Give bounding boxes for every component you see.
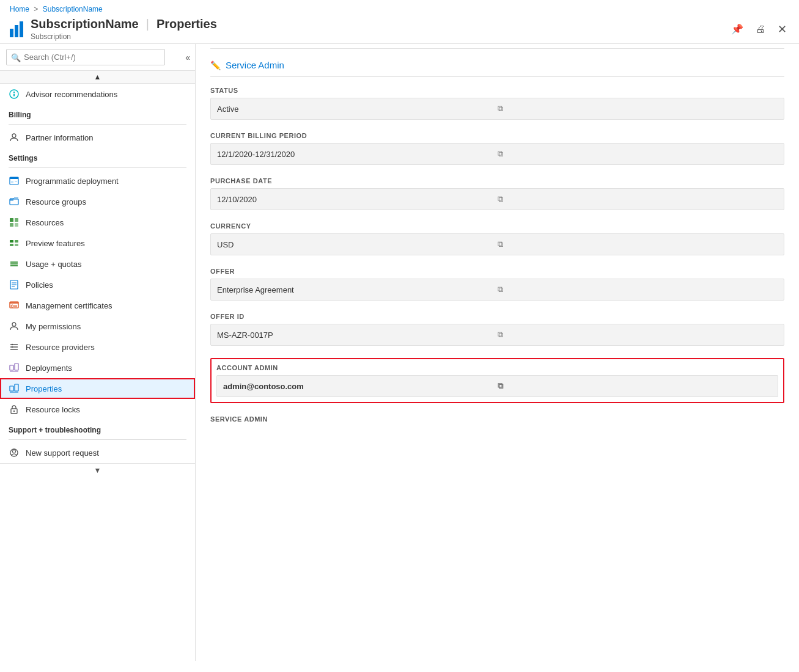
offer-id-label: OFFER ID	[210, 313, 784, 320]
permissions-label: My permissions	[26, 322, 81, 331]
offer-id-copy-icon[interactable]: ⧉	[495, 329, 778, 341]
svg-rect-10	[10, 218, 13, 222]
field-account-admin: ACCOUNT ADMIN admin@contoso.com ⧉	[210, 358, 784, 403]
resource-groups-icon	[9, 196, 20, 207]
svg-rect-9	[10, 199, 13, 201]
sidebar-item-resources[interactable]: Resources	[0, 212, 195, 233]
header-left: SubscriptionName | Properties Subscripti…	[10, 17, 217, 41]
new-support-label: New support request	[26, 448, 99, 458]
support-icon	[9, 447, 20, 458]
svg-rect-14	[10, 240, 13, 243]
account-admin-value: admin@contoso.com ⧉	[216, 375, 778, 397]
main-content: ✏️ Service Admin STATUS Active ⧉ CURRENT…	[196, 44, 799, 661]
svg-rect-36	[10, 365, 13, 370]
settings-section-label: Settings	[0, 148, 195, 165]
partner-icon	[9, 132, 20, 143]
section-title: Service Admin	[226, 60, 284, 70]
sidebar-item-partner[interactable]: Partner information	[0, 127, 195, 148]
status-label: STATUS	[210, 87, 784, 94]
purchase-date-value: 12/10/2020 ⧉	[210, 188, 784, 210]
settings-divider	[9, 167, 186, 168]
svg-rect-6	[11, 181, 13, 183]
billing-divider	[9, 124, 186, 125]
search-input[interactable]	[6, 49, 165, 65]
sidebar-scroll-down[interactable]: ▼	[0, 463, 195, 477]
print-button[interactable]: 🖨	[753, 23, 768, 36]
offer-copy-icon[interactable]: ⧉	[495, 283, 778, 296]
logo-bar-2	[15, 25, 18, 37]
field-offer: OFFER Enterprise Agreement ⧉	[210, 268, 784, 301]
currency-copy-icon[interactable]: ⧉	[495, 238, 778, 250]
sidebar-item-deployments[interactable]: Deployments	[0, 357, 195, 378]
svg-point-45	[13, 450, 16, 453]
breadcrumb-subscription[interactable]: SubscriptionName	[43, 5, 103, 13]
sidebar-item-new-support[interactable]: New support request	[0, 442, 195, 463]
properties-icon	[9, 383, 20, 394]
subscription-name-title: SubscriptionName	[31, 17, 139, 31]
sidebar-item-providers[interactable]: Resource providers	[0, 337, 195, 357]
azure-logo	[10, 21, 23, 37]
svg-rect-17	[15, 244, 18, 246]
field-service-admin: SERVICE ADMIN	[210, 415, 784, 423]
sidebar-item-programmatic[interactable]: Programmatic deployment	[0, 170, 195, 191]
locks-label: Resource locks	[26, 405, 80, 414]
content-scroll-top	[210, 44, 784, 49]
offer-id-value: MS-AZR-0017P ⧉	[210, 324, 784, 346]
sidebar-scroll-up[interactable]: ▲	[0, 71, 195, 84]
sidebar-item-preview-features[interactable]: Preview features	[0, 233, 195, 254]
breadcrumb: Home > SubscriptionName	[10, 5, 789, 13]
svg-point-27	[11, 305, 13, 307]
edit-icon: ✏️	[210, 60, 221, 70]
offer-label: OFFER	[210, 268, 784, 275]
svg-rect-39	[10, 386, 13, 391]
svg-rect-16	[10, 244, 13, 246]
close-button[interactable]: ✕	[775, 21, 789, 37]
billing-period-copy-icon[interactable]: ⧉	[495, 148, 778, 160]
field-status: STATUS Active ⧉	[210, 87, 784, 120]
sidebar-item-properties[interactable]: Properties	[0, 378, 195, 399]
pin-button[interactable]: 📌	[729, 22, 746, 36]
sidebar-item-advisor[interactable]: Advisor recommendations	[0, 84, 195, 104]
svg-rect-12	[10, 223, 13, 227]
svg-point-43	[13, 411, 15, 412]
sidebar-collapse-button[interactable]: «	[180, 50, 195, 65]
purchase-date-copy-icon[interactable]: ⧉	[495, 193, 778, 205]
sidebar-item-locks[interactable]: Resource locks	[0, 399, 195, 420]
advisor-label: Advisor recommendations	[26, 90, 117, 99]
svg-rect-26	[10, 302, 18, 304]
offer-value: Enterprise Agreement ⧉	[210, 279, 784, 301]
providers-label: Resource providers	[26, 343, 95, 352]
policies-icon	[9, 279, 20, 290]
providers-icon	[9, 341, 20, 352]
sidebar-item-usage-quotas[interactable]: Usage + quotas	[0, 254, 195, 274]
logo-bar-1	[10, 29, 13, 37]
deployments-label: Deployments	[26, 363, 72, 373]
sidebar-item-resource-groups[interactable]: Resource groups	[0, 191, 195, 212]
usage-quotas-label: Usage + quotas	[26, 260, 81, 269]
status-copy-icon[interactable]: ⧉	[495, 103, 778, 115]
svg-rect-38	[10, 371, 18, 372]
preview-features-label: Preview features	[26, 239, 85, 248]
billing-period-label: CURRENT BILLING PERIOD	[210, 132, 784, 139]
permissions-icon	[9, 321, 20, 332]
currency-value: USD ⧉	[210, 233, 784, 255]
field-offer-id: OFFER ID MS-AZR-0017P ⧉	[210, 313, 784, 346]
usage-icon	[9, 258, 20, 269]
field-purchase-date: PURCHASE DATE 12/10/2020 ⧉	[210, 177, 784, 210]
svg-rect-15	[15, 240, 18, 243]
sidebar-item-policies[interactable]: Policies	[0, 274, 195, 295]
advisor-icon	[9, 89, 20, 100]
policies-label: Policies	[26, 280, 53, 290]
sidebar-item-mgmt-certs[interactable]: Management certificates	[0, 295, 195, 316]
search-icon: 🔍	[11, 53, 21, 62]
status-value: Active ⧉	[210, 98, 784, 120]
svg-rect-41	[10, 392, 18, 393]
svg-point-3	[12, 134, 16, 137]
deployments-icon	[9, 362, 20, 373]
sidebar-item-permissions[interactable]: My permissions	[0, 316, 195, 337]
service-admin-label: SERVICE ADMIN	[210, 415, 784, 423]
account-admin-label: ACCOUNT ADMIN	[216, 364, 778, 371]
field-billing-period: CURRENT BILLING PERIOD 12/1/2020-12/31/2…	[210, 132, 784, 165]
account-admin-copy-icon[interactable]: ⧉	[495, 380, 772, 392]
breadcrumb-home[interactable]: Home	[10, 5, 29, 13]
